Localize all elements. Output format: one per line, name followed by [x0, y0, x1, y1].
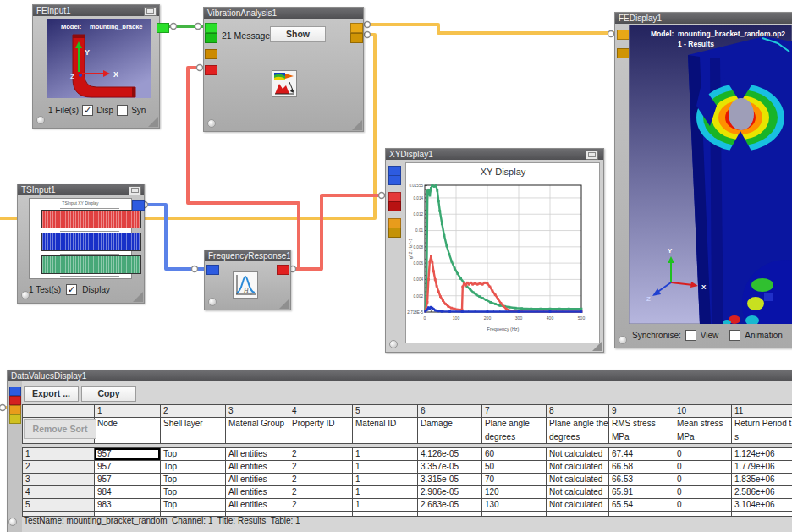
port-fe-input[interactable]	[205, 23, 217, 33]
table-cell[interactable]: 50	[482, 461, 547, 474]
port-fe-input2[interactable]	[205, 33, 217, 43]
node-xydisplay1[interactable]: XYDisplay1 XY Display01002003004005000.0…	[385, 148, 604, 353]
table-cell[interactable]: Mean stress	[674, 418, 732, 431]
table-cell[interactable]: 1	[353, 461, 418, 474]
table-cell[interactable]: 1	[353, 448, 418, 461]
table-cell[interactable]: Node	[95, 418, 161, 431]
table-cell[interactable]: 6	[418, 405, 482, 418]
table-cell[interactable]: 2	[289, 486, 353, 499]
table-cell[interactable]: 984	[95, 486, 161, 499]
table-cell[interactable]: Top	[161, 448, 226, 461]
display-checkbox[interactable]: ✓	[82, 105, 93, 116]
table-cell[interactable]: 8	[547, 405, 609, 418]
table-cell[interactable]: 2.586e+06	[732, 486, 792, 499]
table-cell[interactable]: 4	[289, 405, 353, 418]
table-cell[interactable]: 4.126e-05	[418, 448, 482, 461]
table-cell[interactable]	[418, 431, 482, 444]
port-xy-input4[interactable]	[388, 201, 401, 211]
sync-view-checkbox[interactable]	[685, 330, 696, 341]
table-cell[interactable]: 957	[95, 448, 161, 461]
node-fedisplay1[interactable]: FEDisplay1	[614, 12, 792, 348]
table-cell[interactable]: 2	[161, 405, 226, 418]
port-results-output2[interactable]	[350, 33, 363, 43]
table-cell[interactable]: 66.53	[609, 474, 674, 486]
table-cell[interactable]	[353, 512, 418, 517]
table-cell[interactable]: 1.835e+06	[732, 474, 792, 486]
table-cell[interactable]: 3.357e-05	[418, 461, 482, 474]
table-cell[interactable]	[226, 431, 289, 444]
sync-checkbox[interactable]	[117, 105, 128, 116]
node-title-tsinput1[interactable]: TSInput1	[18, 184, 144, 195]
node-feinput1[interactable]: FEInput1 Y X Z Model: mounting_bracke 1 …	[32, 4, 160, 129]
table-cell[interactable]: 1	[95, 405, 161, 418]
table-cell[interactable]: All entities	[226, 461, 289, 474]
node-title-datavaluesdisplay1[interactable]: DataValuesDisplay1	[8, 370, 792, 381]
table-cell[interactable]: Not calculated	[547, 448, 609, 461]
table-cell[interactable]: Damage	[418, 418, 482, 431]
window-restore-icon[interactable]	[129, 186, 141, 195]
fe-input-model-thumbnail[interactable]: Y X Z Model: mounting_bracke	[47, 19, 151, 98]
table-cell[interactable]	[418, 512, 482, 517]
table-cell[interactable]: Not calculated	[547, 474, 609, 486]
node-title-vibrationanalysis1[interactable]: VibrationAnalysis1	[204, 8, 363, 19]
resize-grip[interactable]	[352, 120, 362, 130]
table-cell[interactable]: Not calculated	[547, 486, 609, 499]
table-cell[interactable]: 0	[674, 461, 732, 474]
table-cell[interactable]: 0	[674, 486, 732, 499]
port-dv-input2[interactable]	[9, 396, 21, 405]
table-cell[interactable]: 120	[482, 486, 547, 499]
port-fed-input1[interactable]	[617, 30, 630, 40]
table-cell[interactable]	[547, 512, 609, 517]
table-cell[interactable]: MPa	[674, 431, 732, 444]
port-aux-input[interactable]	[205, 49, 217, 59]
table-cell[interactable]: 0	[674, 474, 732, 486]
port-frf-output[interactable]	[277, 265, 289, 275]
table-cell[interactable]: 1.779e+06	[732, 461, 792, 474]
table-cell[interactable]	[23, 405, 95, 418]
table-cell[interactable]: Material ID	[353, 418, 418, 431]
window-restore-icon[interactable]	[586, 151, 598, 160]
table-cell[interactable]: 130	[482, 499, 547, 512]
port-xy-input6[interactable]	[388, 228, 401, 238]
table-cell[interactable]	[95, 431, 161, 444]
table-cell[interactable]: 3	[23, 474, 95, 486]
node-frequencyresponse1[interactable]: FrequencyResponse1 H ij	[204, 250, 291, 310]
table-cell[interactable]: s	[732, 431, 792, 444]
node-title-fedisplay1[interactable]: FEDisplay1	[615, 13, 792, 24]
fe-model-view[interactable]: Y X Z	[629, 25, 792, 324]
table-cell[interactable]: Plane angle thet	[547, 418, 609, 431]
table-cell[interactable]: 9	[609, 405, 674, 418]
port-dv-input1[interactable]	[9, 387, 21, 396]
port-results-output1[interactable]	[350, 23, 363, 33]
port-dv-input3[interactable]	[9, 405, 21, 414]
ts-input-thumbnail[interactable]: TSInput XY Display	[29, 198, 132, 279]
table-cell[interactable]: degrees	[482, 431, 547, 444]
table-cell[interactable]: 7	[482, 405, 547, 418]
table-cell[interactable]: 957	[95, 474, 161, 486]
table-cell[interactable]: 10	[674, 405, 732, 418]
table-cell[interactable]: Material Group	[226, 418, 289, 431]
port-load-input[interactable]	[205, 65, 217, 75]
table-cell[interactable]: 3.315e-05	[418, 474, 482, 486]
table-cell[interactable]: RMS stress	[609, 418, 674, 431]
resize-grip[interactable]	[148, 117, 158, 127]
table-cell[interactable]: All entities	[226, 486, 289, 499]
table-cell[interactable]: Top	[161, 461, 226, 474]
port-xy-input2[interactable]	[388, 175, 401, 185]
table-cell[interactable]: 2	[289, 474, 353, 486]
node-datavaluesdisplay1[interactable]: DataValuesDisplay1 Export ... Copy 12345…	[7, 370, 792, 532]
node-title-xydisplay1[interactable]: XYDisplay1	[386, 149, 603, 160]
resize-grip[interactable]	[592, 341, 602, 351]
table-cell[interactable]: 2	[289, 448, 353, 461]
port-ts-input[interactable]	[206, 265, 219, 275]
node-tsinput1[interactable]: TSInput1 TSInput XY Display 1 Test(s) ✓ …	[17, 184, 145, 304]
table-cell[interactable]: 65.54	[609, 499, 674, 512]
table-cell[interactable]: 2	[289, 461, 353, 474]
table-cell[interactable]: 66.58	[609, 461, 674, 474]
table-cell[interactable]: 2	[289, 499, 353, 512]
table-cell[interactable]	[289, 431, 353, 444]
resize-grip[interactable]	[133, 292, 143, 302]
table-cell[interactable]	[353, 431, 418, 444]
table-cell[interactable]: 983	[95, 499, 161, 512]
table-cell[interactable]: 0	[674, 448, 732, 461]
